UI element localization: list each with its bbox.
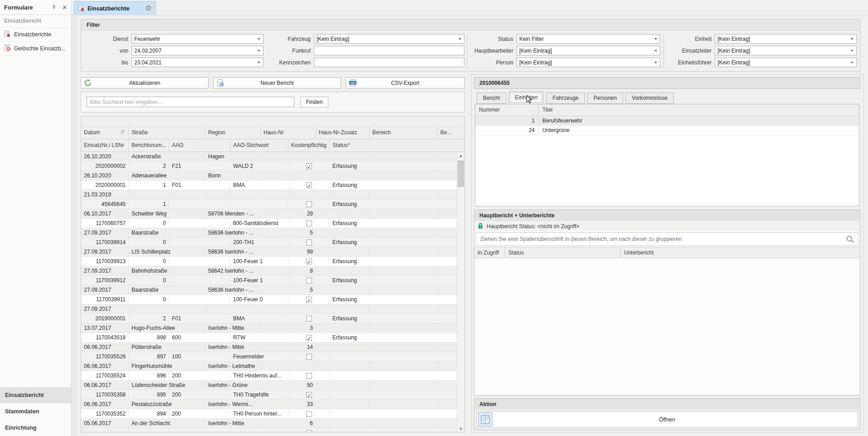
kostenpflichtig-checkbox[interactable] — [306, 259, 312, 265]
kostenpflichtig-checkbox[interactable] — [306, 297, 312, 303]
table-row-group[interactable]: 13.07.2017Hugo-Fuchs-AlleeIserlohn - Mit… — [81, 323, 457, 333]
nav-stammdaten[interactable]: Stammdaten — [0, 403, 71, 420]
table-row-group[interactable]: 27.09.2017LIS Schillerplatz58636 Iserloh… — [81, 247, 457, 257]
group-by-bar[interactable]: Ziehen Sie eine Spaltenüberschrift in di… — [476, 232, 858, 246]
units-column-header-nummer[interactable]: Nummer — [475, 104, 539, 116]
table-row-group[interactable]: 27.09.2017Baarstraße58636 Iserlohn - ...… — [81, 228, 457, 238]
table-row-detail[interactable]: 1170035358895200TH0 Tragehilfe — [81, 390, 457, 400]
csv-export-button[interactable]: CSV CSV-Export — [346, 77, 465, 88]
search-icon[interactable] — [846, 235, 854, 246]
kostenpflichtig-checkbox[interactable] — [306, 240, 312, 245]
filter-bis-select[interactable]: 23.04.2021 — [132, 58, 263, 67]
aktualisieren-button[interactable]: Aktualisieren — [81, 77, 209, 88]
column-header-aao-stichwort[interactable]: AAO-Stichwort — [230, 139, 288, 152]
neuer-bericht-button[interactable]: Neuer Bericht — [213, 77, 341, 88]
column-header-be[interactable]: Be... — [438, 127, 464, 139]
filter-kennzeichen-input[interactable] — [314, 58, 464, 67]
units-table-row[interactable]: 1Berufsfeuerwehr — [475, 116, 859, 126]
table-row-detail[interactable]: 1170035352894200TH0 Person hinter... — [81, 409, 457, 419]
column-header-einsatznr-lsnr[interactable]: EinsatzNr./ LSNr — [81, 139, 129, 152]
table-row-group[interactable]: 27.09.2017 — [81, 304, 457, 314]
sidebar-item-einsatzberichte[interactable]: Einsatzberichte — [0, 28, 71, 42]
table-row-detail[interactable]: 11700399120100-Feuer 1Erfassung — [81, 276, 457, 285]
table-row-group[interactable]: 26.10.2020AckerstraßeHagen — [81, 152, 457, 162]
table-row-group[interactable]: 27.09.2017Baarstraße58636 Iserlohn - ...… — [81, 285, 457, 295]
sidebar-splitter[interactable] — [72, 15, 77, 436]
kostenpflichtig-checkbox[interactable] — [306, 411, 312, 417]
filter-von-select[interactable]: 24.03.2007 — [132, 46, 263, 55]
filter-hauptbearbeiter-select[interactable]: [Kein Eintrag] — [517, 46, 660, 55]
oeffnen-button[interactable]: Öffnen — [476, 411, 858, 428]
table-row-detail[interactable]: 11700399130100-Feuer 1Erfassung — [81, 257, 457, 266]
table-row-group[interactable]: 21.03.2019 — [81, 190, 457, 200]
tab-close-icon[interactable] — [146, 5, 151, 12]
filter-funkruf-input[interactable] — [314, 46, 464, 55]
filter-einheitsführer-select[interactable]: [Kein Eintrag] — [715, 58, 857, 67]
kostenpflichtig-checkbox[interactable] — [306, 354, 312, 360]
kostenpflichtig-checkbox[interactable] — [306, 182, 312, 188]
scroll-up-icon[interactable]: ▲ — [457, 152, 464, 160]
tab-bericht[interactable]: Bericht — [477, 93, 506, 104]
table-row-group[interactable]: 06.06.2017PestalozzistraßeIserlohn - Wer… — [81, 400, 457, 409]
table-row-detail[interactable]: 20200000011F01BMAErfassung — [81, 181, 457, 190]
table-row-detail[interactable]: 1170035524896200TH0 Hindernis auf... — [81, 371, 457, 381]
subreports-column-header-unterbericht[interactable]: Unterbericht — [621, 247, 860, 258]
subreports-column-header-in-zugriff[interactable]: In Zugriff — [474, 247, 505, 258]
column-header-straße[interactable]: Straße — [129, 127, 205, 139]
filter-status-select[interactable]: Kein Filter — [517, 34, 660, 44]
close-icon[interactable]: ✕ — [62, 4, 67, 11]
table-row-group[interactable]: 05.06.2017An der SchlachtIserlohn - Mitt… — [81, 419, 457, 428]
column-header-haus-nr[interactable]: Haus-Nr — [261, 127, 316, 139]
nav-einrichtung[interactable]: Einrichtung — [0, 420, 71, 436]
column-header-bereich[interactable]: Bereich — [370, 127, 438, 139]
table-row-group[interactable]: 26.10.2020AdenaueralleeBonn — [81, 171, 457, 181]
kostenpflichtig-checkbox[interactable] — [306, 430, 312, 433]
table-row-detail[interactable]: 1170043518898600RTWErfassung — [81, 333, 457, 343]
tab-vorkommnisse[interactable]: Vorkommnisse — [625, 93, 674, 104]
column-header-aao[interactable]: AAO — [169, 139, 230, 152]
kostenpflichtig-checkbox[interactable] — [306, 163, 312, 169]
tab-personen[interactable]: Personen — [587, 93, 623, 104]
kostenpflichtig-checkbox[interactable] — [306, 220, 312, 226]
kostenpflichtig-checkbox[interactable] — [306, 316, 312, 322]
table-row-group[interactable]: 06.06.2017Lüdenscheider StraßeIserlohn -… — [81, 381, 457, 390]
units-table-row[interactable]: 24Untergrüne — [475, 126, 859, 135]
kostenpflichtig-checkbox[interactable] — [306, 392, 312, 398]
table-row-group[interactable]: 06.10.2017Schwitter Weg58706 Menden - ..… — [81, 209, 457, 219]
table-row-detail[interactable] — [81, 428, 457, 432]
tab-fahrzeuge[interactable]: Fahrzeuge — [546, 93, 585, 104]
column-header-berichtsnum[interactable]: Berichtsnum... — [129, 139, 169, 152]
column-header-haus-nr-zusatz[interactable]: Haus-Nr-Zusatz — [316, 127, 370, 139]
table-row-detail[interactable]: 1170035526897100Feuermelder — [81, 352, 457, 362]
vertical-scrollbar[interactable]: ▲ ▼ — [457, 152, 464, 432]
table-row-detail[interactable]: 20190000012F01BMAErfassung — [81, 314, 457, 323]
filter-einsatzleiter-select[interactable]: [Kein Eintrag] — [715, 46, 857, 55]
kostenpflichtig-checkbox[interactable] — [306, 278, 312, 284]
search-input[interactable] — [87, 97, 294, 107]
table-row-group[interactable]: 06.06.2017PütterstraßeIserlohn - Mitte14 — [81, 343, 457, 352]
scroll-down-icon[interactable]: ▼ — [457, 425, 464, 432]
pin-icon[interactable] — [50, 4, 58, 11]
table-row-detail[interactable]: 11700607570600-SanitätsdienstErfassung — [81, 219, 457, 228]
table-row-detail[interactable]: 11700399140200-TH1Erfassung — [81, 238, 457, 247]
filter-dienst-select[interactable]: Feuerwehr — [132, 34, 263, 44]
kostenpflichtig-checkbox[interactable] — [306, 335, 312, 341]
finden-button[interactable]: Finden — [300, 97, 328, 108]
column-header-region[interactable]: Region — [205, 127, 261, 139]
sidebar-item-geloeschte-einsatzberichte[interactable]: Gelöschte Einsatzb... — [0, 42, 71, 56]
scrollbar-thumb[interactable] — [458, 161, 464, 187]
kostenpflichtig-checkbox[interactable] — [306, 201, 312, 207]
table-row-detail[interactable]: 456456451Erfassung — [81, 200, 457, 209]
column-header-status[interactable]: Status* — [330, 139, 464, 152]
kostenpflichtig-checkbox[interactable] — [306, 373, 312, 379]
units-column-header-titel[interactable]: Titel — [539, 104, 859, 116]
subreports-column-header-status[interactable]: Status — [505, 247, 621, 258]
filter-person-select[interactable]: [Kein Eintrag] — [517, 58, 660, 67]
nav-einsatzbericht[interactable]: Einsatzbericht — [0, 387, 71, 403]
filter-einheit-select[interactable]: [Kein Eintrag] — [715, 34, 857, 44]
table-row-group[interactable]: 06.06.2017FingerhutsmühleIserlohn - Letm… — [81, 362, 457, 371]
column-header-kostenpflichtig[interactable]: Kostenpflichtig — [288, 139, 330, 152]
table-row-detail[interactable]: 20200000022F21WALD 2Erfassung — [81, 162, 457, 171]
tab-einheiten[interactable]: Einheiten — [508, 91, 544, 104]
filter-fahrzeug-select[interactable]: [Kein Eintrag] — [314, 34, 464, 44]
